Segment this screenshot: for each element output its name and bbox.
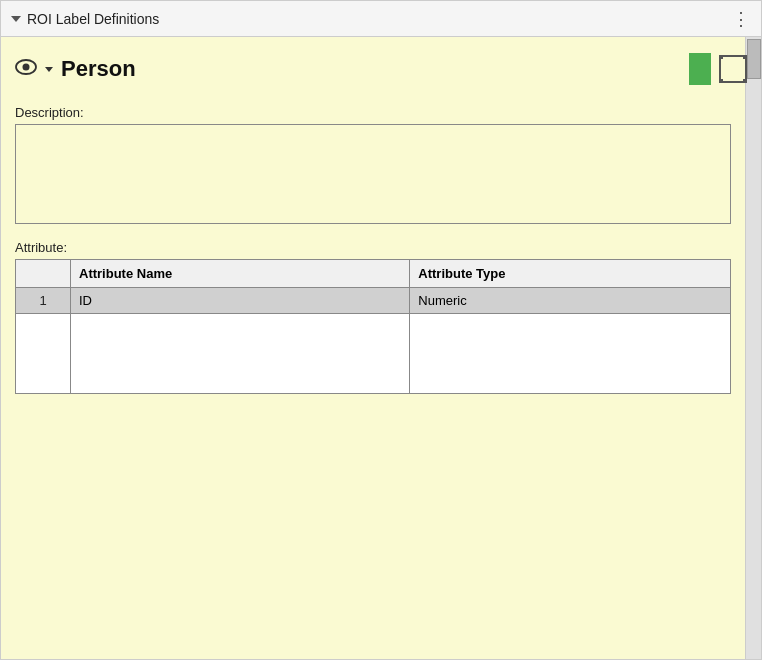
panel-content: Person Description: Attribute: (1, 37, 761, 659)
empty-type (410, 314, 731, 394)
panel-menu-button[interactable]: ⋮ (732, 8, 751, 30)
corner-br (743, 79, 747, 83)
visibility-icon[interactable] (15, 59, 37, 80)
scrollbar[interactable] (745, 37, 761, 659)
corner-tl (719, 55, 723, 59)
row-type-cell: Numeric (410, 288, 731, 314)
bounding-box-icon[interactable] (719, 55, 747, 83)
col-header-num (16, 260, 71, 288)
svg-point-1 (23, 63, 30, 70)
panel-header: ROI Label Definitions ⋮ (1, 1, 761, 37)
empty-num (16, 314, 71, 394)
description-textarea[interactable] (15, 124, 731, 224)
attribute-label: Attribute: (15, 240, 747, 255)
empty-name (71, 314, 410, 394)
description-section: Description: (15, 105, 747, 228)
row-num-cell: 1 (16, 288, 71, 314)
color-swatch[interactable] (689, 53, 711, 85)
roi-panel: ROI Label Definitions ⋮ Person (0, 0, 762, 660)
corner-tr (743, 55, 747, 59)
table-empty-row (16, 314, 731, 394)
panel-collapse-chevron[interactable] (11, 16, 21, 22)
person-title: Person (61, 56, 136, 82)
person-header: Person (15, 53, 747, 85)
scrollbar-thumb[interactable] (747, 39, 761, 79)
description-label: Description: (15, 105, 747, 120)
panel-title: ROI Label Definitions (27, 11, 159, 27)
col-header-type: Attribute Type (410, 260, 731, 288)
attribute-table: Attribute Name Attribute Type 1 ID Numer… (15, 259, 731, 394)
panel-header-left: ROI Label Definitions (11, 11, 159, 27)
corner-bl (719, 79, 723, 83)
table-row[interactable]: 1 ID Numeric (16, 288, 731, 314)
table-header-row: Attribute Name Attribute Type (16, 260, 731, 288)
row-name-cell: ID (71, 288, 410, 314)
person-expand-chevron[interactable] (45, 67, 53, 72)
attribute-section: Attribute: Attribute Name Attribute Type… (15, 240, 747, 394)
col-header-name: Attribute Name (71, 260, 410, 288)
